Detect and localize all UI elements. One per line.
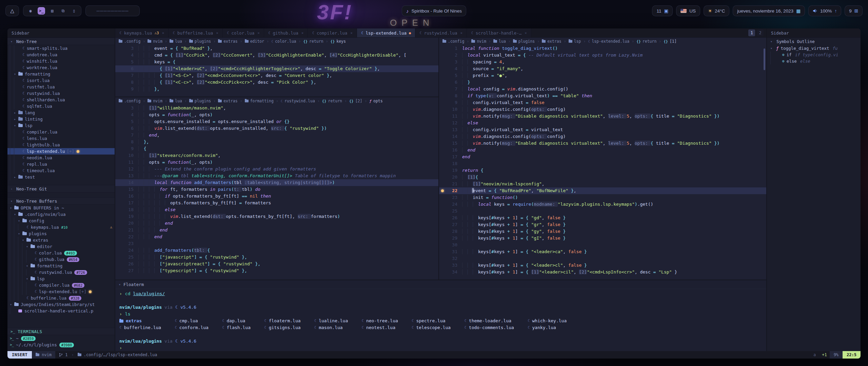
tree-item[interactable]: ▾extras — [7, 237, 115, 243]
outline-item[interactable]: ⊙ifif type(config.vi — [767, 52, 861, 58]
tree-item[interactable]: ▾OPEN BUFFERS in ~ — [7, 205, 115, 211]
code-line[interactable]: 11▏ ▏ opts = function(_, opts) — [115, 159, 438, 166]
close-icon[interactable]: × — [525, 31, 527, 35]
code-line[interactable]: 25▏ ▏ ▏ ▏ ["javascript"] = { "rustywind"… — [115, 254, 438, 261]
code-line[interactable]: 18▏ ▏ ▏ ▏ ▏ else — [115, 206, 438, 213]
tree-item[interactable]: ☾timeout.lua — [7, 167, 115, 174]
buffer-tab[interactable]: ☾lsp-extended.lua● — [357, 28, 415, 37]
tree-item[interactable]: ▾plugins — [7, 230, 115, 237]
code-line[interactable]: 2▏ local virtual_text = { -- Default vir… — [439, 52, 766, 59]
code-line[interactable]: 26▏ ▏ ▏ ▏ ["javascriptreact"] = { "rusty… — [115, 261, 438, 267]
buffer-tab[interactable]: ☾compiler.lua× — [308, 28, 357, 37]
code-line[interactable]: 3▏ ▏ [1]"williamboman/mason.nvim", — [115, 105, 438, 111]
code-line[interactable]: 3▏ ▏ ▏ event = { "BufRead" }, — [115, 45, 438, 52]
buffer-tab[interactable]: ☾color.lua× — [223, 28, 264, 37]
neotree-buffers-section-header[interactable]: ▾ Neo-Tree Buffers — [7, 197, 115, 205]
tree-item[interactable]: ☾lens.lua — [7, 135, 115, 142]
code-line[interactable]: 21▏ ▏ [1]"neovim/nvim-lspconfig", — [439, 181, 766, 187]
code-line[interactable]: 22▏ ▏ event = { "BufReadPre", "BufNewFil… — [439, 187, 766, 194]
code-line[interactable]: 27▏ ▏ ▏ keys[#keys + 1] = { "gr", false … — [439, 221, 766, 228]
tree-item[interactable]: ☾lsp-extended.lu[+] — [7, 148, 115, 155]
tree-item[interactable]: ▾.config/nvim/lua — [7, 211, 115, 218]
code-line[interactable]: 7▏ ▏ ▏ ▏ { [1]"<S-C>", [2]"<cmd>CccConve… — [115, 72, 438, 79]
tree-item[interactable]: ☾rustfmt.lua — [7, 84, 115, 90]
code-line[interactable]: 5▏ ▏ prefix = "●", — [439, 72, 766, 79]
code-line[interactable]: 29▏ ▏ ▏ keys[#keys + 1] = { "gI", false … — [439, 235, 766, 242]
code-line[interactable]: 5▏ ▏ ▏ keys = { — [115, 59, 438, 65]
code-line[interactable]: 6▏ } — [439, 79, 766, 86]
code-line[interactable]: 22▏ ▏ ▏ end — [115, 233, 438, 240]
tree-item[interactable]: ☾repl.lua — [7, 161, 115, 167]
code-line[interactable]: 6▏ ▏ ▏ ▏ { [1]"<leader>uC", [2]"<cmd>Ccc… — [115, 65, 438, 72]
scrollbar-handle[interactable] — [764, 48, 765, 70]
tree-item[interactable]: >_~#2859 — [7, 335, 115, 342]
code-line[interactable]: 8▏ if type(v: config.virtual_text) == "t… — [439, 93, 766, 99]
code-line[interactable]: 20▏ ▏ ▏ ▏ ▏ end — [115, 220, 438, 227]
volume-widget[interactable]: 100% ↑ — [808, 5, 841, 16]
code-line[interactable]: 9▏ { — [115, 145, 438, 152]
close-icon[interactable]: × — [460, 31, 463, 35]
tabpage-number[interactable]: 1 — [748, 29, 755, 36]
tree-item[interactable]: ▾config — [7, 218, 115, 224]
tree-item[interactable]: ☾undotree.lua — [7, 52, 115, 58]
code-line[interactable]: 4▏ ▏ source = "if_many", — [439, 65, 766, 72]
tree-item[interactable]: ☾worktree.lua — [7, 64, 115, 71]
code-line[interactable]: 7▏ ▏ end, — [115, 132, 438, 139]
terminals-section-header[interactable]: >_ TERMINALS — [7, 328, 115, 335]
packages-widget[interactable]: 11 ▣ — [652, 5, 673, 16]
close-icon[interactable]: × — [350, 31, 353, 35]
terminal-icon[interactable]: >_ — [38, 7, 45, 15]
code-line[interactable]: 5▏ ▏ ▏ opts.ensure_installed = opts.ensu… — [115, 118, 438, 125]
git-branch-segment[interactable]: 1 — [55, 351, 71, 359]
code-line[interactable]: 31▏ ▏ ▏ keys[#keys + 1] = { "<leader>ca"… — [439, 248, 766, 255]
code-line[interactable]: 23▏ ▏ init = function() — [439, 194, 766, 201]
code-line[interactable]: 18 — [439, 160, 766, 167]
tree-item[interactable]: ☾rustywind.lua#726 — [7, 269, 115, 276]
clipboard-icon[interactable]: ⧉ — [59, 7, 67, 15]
code-line[interactable]: 10▏ ▏ [1]"stevearc/conform.nvim", — [115, 152, 438, 159]
code-line[interactable]: 20▏ [1]{ — [439, 174, 766, 181]
floaterm-header[interactable]: ▾ Floaterm — [115, 280, 766, 289]
code-line[interactable]: 7▏ local config = vim.diagnostic.config(… — [439, 86, 766, 93]
tree-item[interactable]: ☾compiler.lua — [7, 129, 115, 135]
code-line[interactable]: 12▏ ▏ ▏ --- Extend the conform plugin co… — [115, 166, 438, 172]
code-line[interactable]: 24▏ ▏ ▏ add_formatters(tbl: { — [115, 247, 438, 254]
symbols-outline-tab[interactable]: ▾ Symbols Outline — [767, 38, 861, 45]
tree-item[interactable]: ▸lang — [7, 109, 115, 116]
tree-item[interactable]: ☾isort.lua — [7, 77, 115, 84]
code-line[interactable]: 14▏ ▏ ▏ local function add_formatters(tb… — [115, 179, 438, 186]
tree-item[interactable]: ☾shellharden.lua — [7, 97, 115, 103]
browser-icon[interactable]: ◉ — [27, 7, 34, 15]
code-line[interactable]: 17▏ ▏ ▏ ▏ ▏ ▏ opts.formatters_by_ft[ft] … — [115, 200, 438, 206]
tree-item[interactable]: ☾smart-splits.lua — [7, 45, 115, 52]
code-line[interactable]: 8▏ ▏ ▏ ▏ { [1]"<C-c>", [2]"<cmd>CccPick<… — [115, 79, 438, 86]
buffer-tab[interactable]: ☾github.lua× — [264, 28, 308, 37]
tree-item[interactable]: ▾Juegos/Indies/SteamLibrary/st — [7, 301, 115, 308]
tree-item[interactable]: ▾editor — [7, 243, 115, 250]
tree-item[interactable]: ☾compiler.lua#682 — [7, 282, 115, 288]
launcher-button[interactable]: △ — [5, 5, 19, 16]
tree-item[interactable]: ▾lsp — [7, 276, 115, 282]
tabpage-number[interactable]: 2 — [757, 29, 764, 36]
code-line[interactable]: 26▏ ▏ ▏ keys[#keys + 1] = { "gd", false … — [439, 215, 766, 221]
terminal-output[interactable]: ›cd lua/plugins/nvim/lua/plugins via ☾ v… — [115, 289, 766, 353]
tree-item[interactable]: ☾winshift.lua — [7, 58, 115, 64]
tree-item[interactable]: scrollbar-handle-vertical.p — [7, 308, 115, 314]
outline-item[interactable]: ▾ƒtoggle_diag_virtextfu — [767, 45, 861, 52]
code-line[interactable]: 19return { — [439, 167, 766, 174]
code-line[interactable]: 16▏ ▏ ▏ ▏ ▏ if opts.formatters_by_ft[ft]… — [115, 193, 438, 200]
code-line[interactable]: 4▏ ▏ ▏ cmd = { [1]"CccPick", [2]"CccConv… — [115, 52, 438, 59]
code-line[interactable]: 10▏ ▏ vim.diagnostic.config(opts: config… — [439, 106, 766, 113]
tree-item[interactable]: ▸linting — [7, 116, 115, 122]
buffer-tab[interactable]: ☾rustywind.lua× — [415, 28, 467, 37]
tree-item[interactable]: ☾color.lua#493 — [7, 250, 115, 256]
tree-item[interactable]: ☾sqlfmt.lua — [7, 103, 115, 109]
keyboard-layout-widget[interactable]: US — [676, 5, 700, 16]
code-line[interactable]: 13▏ ▏ config.virtual_text = virtual_text — [439, 126, 766, 133]
tree-item[interactable]: ☾lsp-extended.lu[+] — [7, 288, 115, 295]
code-line[interactable]: 21▏ ▏ ▏ ▏ end — [115, 227, 438, 233]
clock-widget[interactable]: jueves, noviembre 16, 2023 ▦ — [733, 5, 805, 16]
buffer-tab[interactable]: ☾scrollbar-handle-…× — [467, 28, 531, 37]
code-line[interactable]: 15▏ ▏ vim.notify(msg: "Enabled diagnosti… — [439, 140, 766, 147]
tree-item[interactable]: ▾formatting — [7, 263, 115, 269]
